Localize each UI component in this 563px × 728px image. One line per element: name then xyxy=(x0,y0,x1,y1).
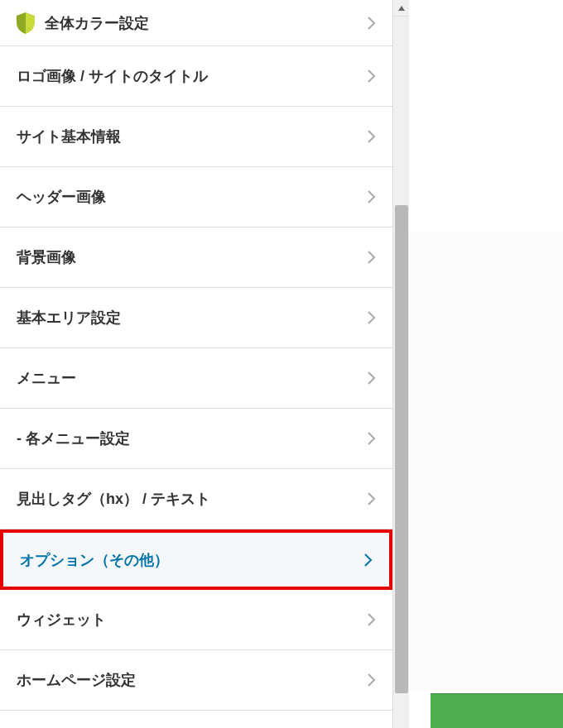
menu-item-label: 基本エリア設定 xyxy=(17,308,121,328)
chevron-right-icon xyxy=(368,17,376,30)
menu-item-logo-title[interactable]: ロゴ画像 / サイトのタイトル xyxy=(0,46,392,107)
main-container: 全体カラー設定 ロゴ画像 / サイトのタイトル サイト基本情報 ヘッダ xyxy=(0,0,563,728)
menu-item-menu[interactable]: メニュー xyxy=(0,348,392,409)
menu-item-label: 見出しタグ（hx） / テキスト xyxy=(17,489,210,509)
chevron-right-icon xyxy=(368,190,376,204)
chevron-right-icon xyxy=(368,311,376,324)
scrollbar-thumb[interactable] xyxy=(395,205,408,693)
menu-item-heading-text[interactable]: 見出しタグ（hx） / テキスト xyxy=(0,469,392,529)
scrollbar-up-arrow-icon[interactable] xyxy=(393,0,410,17)
menu-item-color-settings[interactable]: 全体カラー設定 xyxy=(0,0,392,46)
menu-item-widget[interactable]: ウィジェット xyxy=(0,590,392,650)
menu-item-label: メニュー xyxy=(17,368,76,388)
preview-panel xyxy=(409,0,563,728)
menu-item-basic-area[interactable]: 基本エリア設定 xyxy=(0,288,392,348)
menu-item-header-image[interactable]: ヘッダー画像 xyxy=(0,167,392,228)
menu-item-site-info[interactable]: サイト基本情報 xyxy=(0,107,392,167)
menu-list: 全体カラー設定 ロゴ画像 / サイトのタイトル サイト基本情報 ヘッダ xyxy=(0,0,392,711)
menu-item-label: オプション（その他） xyxy=(20,550,169,570)
menu-text: 全体カラー設定 xyxy=(45,13,149,33)
menu-item-submenu-settings[interactable]: - 各メニュー設定 xyxy=(0,409,392,469)
menu-item-homepage-settings[interactable]: ホームページ設定 xyxy=(0,650,392,711)
menu-item-options-other[interactable]: オプション（その他） xyxy=(0,529,392,590)
scrollbar-track[interactable] xyxy=(392,0,409,728)
menu-item-label: ウィジェット xyxy=(17,610,106,630)
menu-item-background-image[interactable]: 背景画像 xyxy=(0,228,392,288)
chevron-right-icon xyxy=(368,69,376,83)
publish-button[interactable] xyxy=(431,693,563,728)
settings-menu-panel: 全体カラー設定 ロゴ画像 / サイトのタイトル サイト基本情報 ヘッダ xyxy=(0,0,392,728)
preview-content xyxy=(409,232,563,691)
chevron-right-icon xyxy=(368,251,376,264)
menu-item-label: サイト基本情報 xyxy=(17,127,121,146)
menu-item-label: - 各メニュー設定 xyxy=(17,429,130,448)
menu-item-label: 全体カラー設定 xyxy=(17,12,149,34)
chevron-right-icon xyxy=(368,371,376,385)
menu-item-label: ヘッダー画像 xyxy=(17,187,106,207)
chevron-right-icon xyxy=(368,130,376,143)
menu-item-label: ロゴ画像 / サイトのタイトル xyxy=(17,66,208,86)
menu-item-label: ホームページ設定 xyxy=(17,670,136,690)
menu-item-label: 背景画像 xyxy=(17,247,76,267)
chevron-right-icon xyxy=(364,553,373,567)
shield-icon xyxy=(17,12,35,34)
chevron-right-icon xyxy=(368,492,376,505)
chevron-right-icon xyxy=(368,613,376,626)
chevron-right-icon xyxy=(368,673,376,687)
chevron-right-icon xyxy=(368,432,376,445)
